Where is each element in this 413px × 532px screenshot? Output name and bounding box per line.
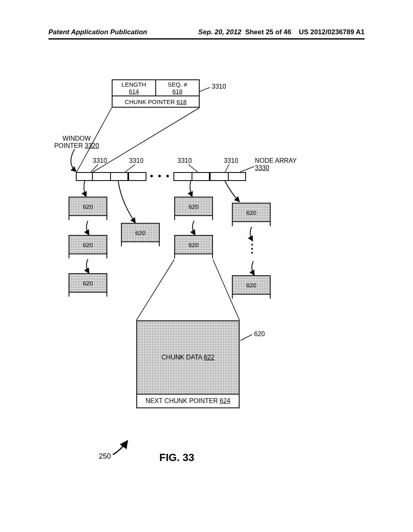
page: Patent Application Publication Sep. 20, … — [0, 0, 413, 532]
node-array-label: NODE ARRAY3330 — [255, 157, 303, 172]
ellipsis-icon: • • • — [150, 171, 170, 181]
node-detail-box: LENGTH 614 SEQ. # 616 CHUNK POINTER 618 — [112, 79, 200, 108]
array-cell — [210, 172, 228, 181]
header-right: Sep. 20, 2012 Sheet 25 of 46 US 2012/023… — [198, 28, 365, 36]
svg-line-3 — [240, 166, 254, 172]
chunk-box: 620 — [121, 223, 160, 246]
chunk-data-box: CHUNK DATA 622 NEXT CHUNK POINTER 624 — [136, 320, 240, 408]
header-rule — [48, 38, 365, 39]
chunk-box: 620 — [174, 197, 213, 220]
chunk-box: 620 — [232, 203, 271, 226]
seq-cell: SEQ. # 616 — [156, 80, 199, 96]
length-cell: LENGTH 614 — [113, 80, 156, 96]
callout-620-big: 620 — [254, 330, 265, 338]
callout-3310-a: 3310 — [93, 157, 107, 164]
chunk-pointer-cell: CHUNK POINTER 618 — [113, 96, 199, 107]
callout-3310-b: 3310 — [129, 157, 144, 164]
callout-3310-d: 3310 — [224, 157, 238, 164]
svg-line-8 — [136, 260, 174, 320]
next-chunk-pointer-label: NEXT CHUNK POINTER 624 — [146, 397, 230, 405]
chunk-box: 620 — [69, 197, 107, 220]
callout-3310-c: 3310 — [177, 157, 192, 164]
array-cell — [192, 172, 210, 181]
callout-3310-headerbox: 3310 — [212, 83, 226, 90]
svg-line-0 — [200, 87, 210, 91]
header-left: Patent Application Publication — [48, 28, 147, 36]
svg-line-7 — [225, 164, 229, 172]
connectors — [0, 0, 413, 532]
figure-title: FIG. 33 — [159, 451, 194, 464]
chunk-box: 620 — [69, 273, 107, 297]
array-cell — [128, 172, 146, 181]
array-cell — [92, 172, 110, 181]
chunk-box: 620 — [69, 235, 107, 258]
window-pointer-label: WINDOW POINTER 3320 — [48, 135, 105, 150]
svg-line-4 — [91, 164, 98, 172]
ref-250: 250 — [99, 452, 111, 461]
chunk-data-label: CHUNK DATA 622 — [161, 354, 215, 361]
chunk-box: 620 — [174, 235, 213, 258]
doc-header: Patent Application Publication Sep. 20, … — [0, 28, 413, 36]
svg-line-10 — [240, 335, 252, 341]
array-cell — [173, 172, 192, 181]
svg-line-6 — [188, 164, 198, 172]
array-cell — [110, 172, 128, 181]
node-array-left — [76, 172, 146, 181]
array-cell — [228, 172, 246, 181]
vertical-ellipsis-icon: ●●● — [251, 243, 253, 255]
array-cell — [76, 172, 92, 181]
node-array-right — [173, 172, 246, 181]
chunk-box: 620 — [232, 275, 271, 299]
svg-line-5 — [125, 164, 135, 172]
